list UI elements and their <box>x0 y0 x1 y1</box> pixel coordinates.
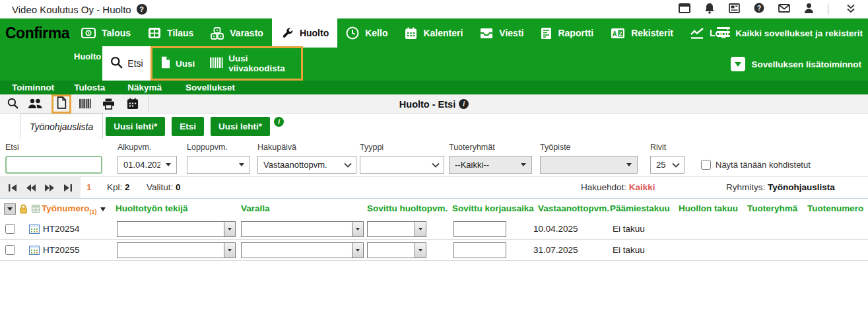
tabs-info-icon[interactable]: i <box>274 117 284 127</box>
row-calendar-icon[interactable] <box>29 245 40 258</box>
korjausaika-input[interactable] <box>453 242 506 258</box>
menu-sovellukset[interactable]: Sovellukset <box>185 83 235 92</box>
menu-nakyma[interactable]: Näkymä <box>127 83 162 92</box>
new-button-label: Uusi <box>176 59 195 69</box>
menu-toiminnot[interactable]: Toiminnot <box>12 83 54 92</box>
help-icon[interactable]: ? <box>754 3 764 16</box>
module-search-button[interactable]: Etsi <box>102 46 150 81</box>
etsi-button[interactable]: Etsi <box>172 117 204 136</box>
column-varalla[interactable]: Varalla <box>241 199 270 219</box>
toolbar-print-icon[interactable] <box>102 98 115 112</box>
new-button[interactable]: Uusi <box>160 56 195 71</box>
tyyppi-select[interactable] <box>360 156 444 174</box>
toolbar-new-highlight[interactable] <box>51 94 71 114</box>
show-today-checkbox[interactable] <box>701 160 711 170</box>
toolbar-search-icon[interactable] <box>7 97 19 112</box>
column-huollon-takuu[interactable]: Huollon takuu <box>679 199 738 219</box>
nav-item-talous[interactable]: Talous <box>73 18 139 48</box>
dropdown-arrow-icon[interactable] <box>516 163 531 166</box>
combo-arrow-icon[interactable] <box>415 222 426 236</box>
dropdown-arrow-icon[interactable] <box>160 163 176 166</box>
varalla-combo[interactable] <box>241 242 364 258</box>
combo-arrow-icon[interactable] <box>224 222 235 236</box>
toolbar-people-icon[interactable] <box>28 98 43 112</box>
news-icon[interactable] <box>729 3 740 16</box>
column-sovittu-huoltopvm[interactable]: Sovittu huoltopvm. <box>367 199 448 219</box>
rivit-select[interactable]: 25 <box>650 156 684 174</box>
nav-item-kello[interactable]: Kello <box>337 18 396 48</box>
etsi-filter-input[interactable] <box>7 157 101 172</box>
toolbar-calendar-icon[interactable] <box>127 98 139 112</box>
hakupaiva-select[interactable]: Vastaanottopvm. <box>257 156 356 174</box>
column-huoltotyon-tekija[interactable]: Huoltotyön tekijä <box>116 199 188 219</box>
row-calendar-icon[interactable] <box>29 224 40 236</box>
toolbar-barcode-icon[interactable] <box>79 98 92 112</box>
current-page[interactable]: 1 <box>86 182 92 192</box>
sovittu-huoltopvm-combo[interactable] <box>367 221 426 237</box>
column-sovittu-korjausaika[interactable]: Sovittu korjausaika <box>452 199 534 219</box>
combo-arrow-icon[interactable] <box>415 243 426 258</box>
combo-arrow-icon[interactable] <box>224 243 235 258</box>
column-vastaanottopvm[interactable]: Vastaanottopvm. <box>538 199 609 219</box>
new-sheet-button-2[interactable]: Uusi lehti* <box>211 117 270 136</box>
nav-item-huolto[interactable]: Huolto <box>272 18 337 48</box>
korjausaika-input[interactable] <box>453 221 506 237</box>
grid-icon <box>148 27 161 39</box>
group-grid-icon[interactable] <box>32 205 40 215</box>
nav-item-tilaus[interactable]: Tilaus <box>139 18 202 48</box>
sovittu-huoltopvm-combo[interactable] <box>367 242 426 258</box>
loppupvm-datepicker[interactable] <box>187 156 250 174</box>
dropdown-icon <box>731 57 745 71</box>
last-page-icon[interactable] <box>63 184 73 192</box>
chevron-down-icon <box>340 162 356 168</box>
lock-icon[interactable] <box>19 204 28 216</box>
chart-line-icon <box>690 28 704 39</box>
alkupvm-datepicker[interactable]: 01.04.2025 <box>117 156 177 174</box>
all-apps-button[interactable]: Kaikki sovellukset ja rekisterit <box>717 18 863 48</box>
new-sheet-button-1[interactable]: Uusi lehti* <box>106 117 165 136</box>
column-tuoteryhma[interactable]: Tuoteryhmä <box>747 199 797 219</box>
nav-item-raportti[interactable]: Raportti <box>532 18 602 48</box>
bell-icon[interactable] <box>704 3 715 17</box>
search-criteria-value[interactable]: Kaikki <box>629 182 655 192</box>
column-tuotenumero[interactable]: Tuotenumero <box>807 199 863 219</box>
user-icon[interactable] <box>804 3 814 16</box>
tekija-combo[interactable] <box>117 221 236 237</box>
info-icon[interactable]: i <box>459 99 469 109</box>
tuoteryhmat-select[interactable]: --Kaikki-- <box>449 156 532 174</box>
window-icon[interactable] <box>679 3 690 16</box>
tab-tyonohjauslista[interactable]: Työnohjauslista <box>20 114 103 139</box>
menu-tulosta[interactable]: Tulosta <box>74 83 105 92</box>
combo-arrow-icon[interactable] <box>352 222 363 236</box>
mail-icon[interactable] <box>778 3 790 15</box>
app-extras-button[interactable]: Sovelluksen lisätoiminnot <box>731 48 861 81</box>
nav-label: Varasto <box>230 28 263 38</box>
dropdown-arrow-icon[interactable] <box>234 163 250 166</box>
header-dropdown-icon[interactable] <box>4 203 16 215</box>
row-checkbox[interactable] <box>5 224 15 234</box>
collapse-chevrons-icon[interactable] <box>846 3 856 17</box>
tyopiste-label: Työpiste <box>540 143 638 152</box>
next-page-icon[interactable] <box>44 184 55 192</box>
combo-arrow-icon[interactable] <box>352 243 363 258</box>
tyopiste-select[interactable] <box>540 156 638 174</box>
help-badge-icon[interactable]: ? <box>137 4 147 15</box>
nav-item-kalenteri[interactable]: Kalenteri <box>396 18 471 48</box>
work-number[interactable]: HT20254 <box>43 219 80 240</box>
nav-item-varasto[interactable]: Varasto <box>202 18 272 48</box>
tekija-combo[interactable] <box>117 242 236 258</box>
nav-item-viesti[interactable]: Viesti <box>471 18 532 48</box>
toolbar-document-icon <box>57 96 67 112</box>
nav-item-rekisterit[interactable]: AZ Rekisterit <box>602 18 682 48</box>
varalla-combo[interactable] <box>241 221 364 237</box>
column-tyonumero[interactable]: Työnumero(1) <box>42 199 106 219</box>
dropdown-arrow-icon[interactable] <box>621 163 637 166</box>
new-from-barcode-button[interactable]: Uusi viivakoodista <box>209 53 301 73</box>
column-paamiestakuu[interactable]: Päämiestakuu <box>610 199 670 219</box>
prev-page-icon[interactable] <box>26 184 36 192</box>
first-page-icon[interactable] <box>8 184 17 192</box>
row-checkbox[interactable] <box>5 245 15 255</box>
svg-text:Z: Z <box>619 30 623 37</box>
work-number[interactable]: HT20255 <box>43 240 80 261</box>
paamiestakuu-value: Ei takuu <box>613 219 645 240</box>
